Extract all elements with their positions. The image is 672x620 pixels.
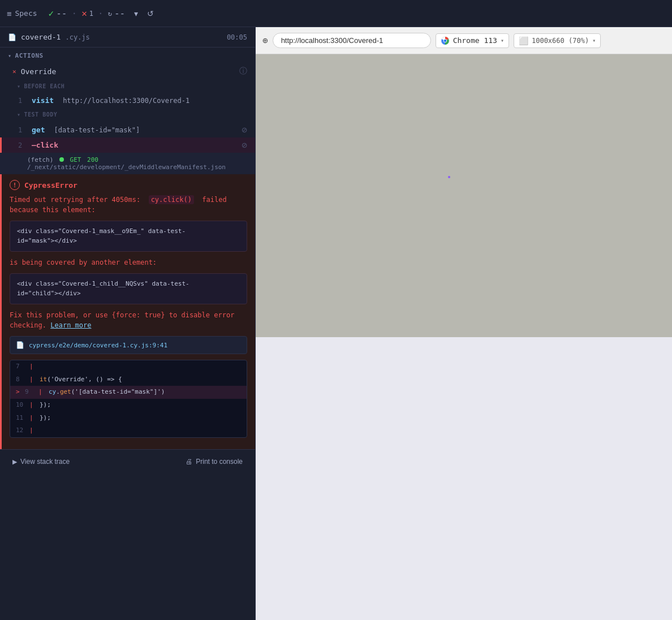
main-content: 📄 covered-1 .cy.js 00:05 ▾ Actions ✕ Ove… — [0, 27, 672, 620]
reload-button[interactable]: ↺ — [145, 7, 156, 20]
file-trace[interactable]: 📄 cypress/e2e/demo/covered-1.cy.js:9:41 — [10, 336, 247, 354]
code-line-7: 7 | — [10, 360, 247, 373]
visit-line: 1 visit http://localhost:3300/Covered-1 — [0, 94, 255, 107]
top-bar: ≡ Specs ✓ -- · ✕ 1 · ↻ -- ▾ ↺ — [0, 0, 672, 27]
learn-more-link[interactable]: Learn more — [50, 321, 91, 329]
file-info: 📄 covered-1 .cy.js — [8, 33, 90, 41]
line-2-2: 2 — [18, 141, 27, 149]
status-spinner: ↻ — [108, 10, 112, 18]
chevron-down-icon[interactable]: ▾ — [501, 37, 504, 44]
test-body-header[interactable]: ▾ TEST BODY — [0, 107, 255, 122]
error-code-block-1: <div class="Covered-1_mask__o9Em_" data-… — [10, 221, 247, 252]
http-status: 200 — [87, 156, 98, 163]
status-check: ✓ — [49, 8, 54, 19]
code-line-8: 8 | it('Override', () => { — [10, 373, 247, 386]
get-line: 1 get [data-test-id="mask"] ⊘ — [0, 122, 255, 137]
chevron-icon: ▾ — [8, 53, 12, 59]
file-trace-path: cypress/e2e/demo/covered-1.cy.js:9:41 — [29, 342, 167, 349]
right-panel: ⊕ Chrome 113 ▾ ⬜ 1000x660 — [256, 27, 672, 620]
error-code-inline: cy.click() — [149, 195, 194, 204]
viewport-icon: ⬜ — [519, 36, 528, 45]
browser-bar: ⊕ Chrome 113 ▾ ⬜ 1000x660 — [256, 27, 672, 54]
view-stack-trace-label: View stack trace — [20, 458, 70, 466]
svg-point-2 — [443, 39, 446, 41]
visit-keyword: visit — [32, 96, 54, 105]
network-log: (fetch) GET 200 /_next/static/developmen… — [0, 153, 255, 174]
error-block: ! CypressError Timed out retrying after … — [0, 174, 255, 449]
file-icon: 📄 — [8, 33, 16, 41]
actions-section-header[interactable]: ▾ Actions — [0, 48, 255, 64]
override-item[interactable]: ✕ Override ⓘ — [0, 64, 255, 79]
browser-brand[interactable]: Chrome 113 ▾ — [436, 33, 509, 48]
error-code-block-2: <div class="Covered-1_child__NQSvs" data… — [10, 273, 247, 304]
http-method: GET — [70, 156, 81, 163]
file-name: covered-1 — [21, 33, 61, 41]
error-subtext: is being covered by another element: — [10, 257, 247, 268]
pin-icon-1[interactable]: ⊘ — [242, 124, 247, 135]
before-each-chevron: ▾ — [17, 83, 21, 89]
browser-name: Chrome 113 — [453, 36, 497, 45]
override-label: Override — [21, 67, 57, 76]
status-count: 1 — [89, 10, 93, 18]
before-each-header[interactable]: ▾ BEFORE EACH — [0, 79, 255, 94]
left-panel: 📄 covered-1 .cy.js 00:05 ▾ Actions ✕ Ove… — [0, 27, 256, 620]
status-dash2: -- — [114, 8, 125, 19]
line-1: 1 — [18, 97, 27, 105]
chrome-icon — [441, 36, 450, 45]
code-line-9: > 9 | cy.get('[data-test-id="mask"]') — [10, 386, 247, 399]
file-time: 00:05 — [227, 33, 247, 41]
click-keyword: –click — [32, 141, 58, 149]
code-line-10: 10 | }); — [10, 399, 247, 412]
print-to-console-button[interactable]: 🖨 Print to console — [181, 455, 247, 468]
chevron-down-icon-2[interactable]: ▾ — [592, 37, 596, 44]
http-path: /_next/static/development/_devMiddleware… — [27, 163, 226, 171]
error-fix-text: Fix this problem, or use {force: true} t… — [10, 310, 247, 330]
chevron-right-icon: ▶ — [12, 458, 17, 466]
file-ext: .cy.js — [65, 33, 89, 41]
visit-arg: http://localhost:3300/Covered-1 — [63, 97, 189, 105]
line-2-1: 1 — [18, 126, 27, 134]
print-icon: 🖨 — [186, 458, 192, 466]
browser-viewport — [256, 54, 672, 337]
error-message: Timed out retrying after 4050ms: cy.clic… — [10, 195, 247, 215]
below-viewport-area — [256, 337, 672, 620]
file-trace-icon: 📄 — [16, 341, 24, 349]
error-title: CypressError — [24, 181, 77, 190]
fetch-label: (fetch) — [27, 156, 53, 163]
actions-label: Actions — [15, 52, 44, 59]
bottom-bar: ▶ View stack trace 🖨 Print to console — [0, 449, 255, 473]
specs-label: ≡ Specs — [7, 9, 37, 18]
before-each-label: BEFORE EACH — [24, 83, 65, 89]
status-x: ✕ — [81, 8, 87, 19]
specs-text: Specs — [15, 9, 37, 18]
test-body-chevron: ▾ — [17, 111, 21, 118]
test-tree: ▾ Actions ✕ Override ⓘ ▾ BEFORE EACH 1 — [0, 48, 255, 449]
purple-dot — [448, 176, 450, 178]
get-keyword: get — [32, 126, 45, 134]
test-body-label: TEST BODY — [24, 111, 58, 118]
get-arg: [data-test-id="mask"] — [54, 126, 140, 134]
viewport-info[interactable]: ⬜ 1000x660 (70%) ▾ — [514, 33, 601, 48]
pin-icon-2[interactable]: ⊘ — [242, 140, 247, 150]
viewport-size: 1000x660 (70%) — [532, 37, 589, 45]
info-icon[interactable]: ⓘ — [239, 66, 247, 76]
code-snippet: 7 | 8 | it('Override', () => { > 9 — [10, 360, 247, 438]
globe-icon: ⊕ — [262, 35, 268, 46]
print-to-console-label: Print to console — [196, 458, 243, 466]
view-stack-trace-button[interactable]: ▶ View stack trace — [8, 455, 74, 468]
code-line-12: 12 | — [10, 424, 247, 437]
top-controls: ✓ -- · ✕ 1 · ↻ -- — [49, 8, 126, 19]
error-exclamation-icon: ! — [10, 180, 20, 190]
status-dot — [59, 157, 64, 162]
status-dash1: -- — [56, 8, 67, 19]
specs-icon: ≡ — [7, 9, 11, 18]
click-line: 2 –click ⊘ — [0, 137, 255, 153]
url-bar[interactable] — [273, 33, 431, 48]
override-x-icon: ✕ — [12, 68, 16, 75]
code-line-11: 11 | }); — [10, 412, 247, 425]
file-header: 📄 covered-1 .cy.js 00:05 — [0, 27, 255, 48]
chevron-down-button[interactable]: ▾ — [132, 7, 140, 20]
